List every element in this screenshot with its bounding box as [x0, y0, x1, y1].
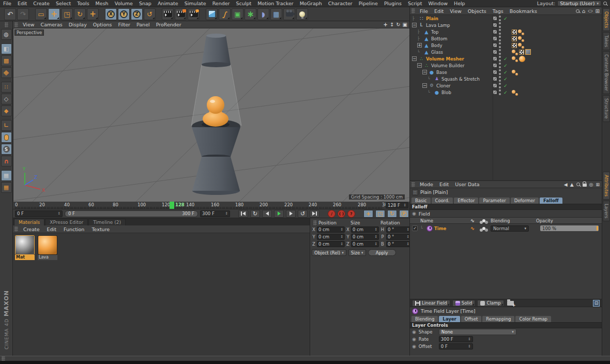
workplane-align-button[interactable]: ▦	[1, 182, 12, 193]
attr-menu-item[interactable]: Edit	[436, 181, 452, 187]
lava-material-tag-icon[interactable]	[519, 56, 525, 62]
om-menu-item[interactable]: View	[447, 8, 465, 14]
status-grip[interactable]	[2, 356, 5, 361]
clamp-modifier-button[interactable]: Clamp	[477, 300, 504, 307]
rotate-tool-button[interactable]: ↻	[74, 8, 86, 20]
attr-search-icon[interactable]	[576, 183, 580, 186]
stepper-icon[interactable]: ↕	[57, 211, 60, 216]
materials-grip[interactable]	[14, 226, 18, 232]
om-search-icon[interactable]	[576, 9, 580, 13]
side-tab-attributes[interactable]: Attributes	[603, 172, 610, 200]
menu-item[interactable]: Sculpt	[233, 1, 255, 6]
stepper-icon[interactable]: ↕	[340, 235, 343, 239]
blendmode-icon[interactable]	[482, 227, 485, 230]
play-reverse-button[interactable]: ↻	[250, 210, 260, 218]
viewport-rotate-icon[interactable]: ↻	[396, 22, 400, 27]
stepper-icon[interactable]: ↕	[374, 235, 377, 239]
goto-end-button[interactable]	[310, 210, 319, 218]
coordinate-system-button[interactable]: ↺	[144, 8, 156, 20]
add-folder-icon[interactable]	[507, 301, 514, 306]
viewport-menu-item[interactable]: View	[20, 22, 38, 27]
stepper-icon[interactable]: ↕	[340, 228, 343, 232]
layer-chip[interactable]	[493, 43, 497, 48]
viewport-menu-item[interactable]: Options	[90, 22, 115, 27]
enable-axis-button[interactable]: ∟	[1, 120, 12, 131]
render-picture-viewer-button[interactable]	[175, 8, 187, 20]
stepper-icon[interactable]: ↕	[374, 242, 377, 246]
menu-item[interactable]: Snap	[136, 1, 155, 6]
menu-item[interactable]: Render	[209, 1, 233, 6]
menu-item[interactable]: Create	[30, 1, 53, 6]
visibility-dots[interactable]	[499, 22, 501, 28]
om-menu-item[interactable]: Tags	[490, 8, 507, 14]
move-tool-button[interactable]: +	[48, 8, 60, 20]
menu-item[interactable]: Volume	[112, 1, 136, 6]
enabled-check-icon[interactable]: ✓	[504, 63, 509, 68]
radio-icon[interactable]: ◉	[412, 211, 416, 216]
size-x-field[interactable]: 0 cm↕	[351, 226, 379, 233]
target-icon[interactable]: ◎	[589, 182, 593, 187]
play-button[interactable]	[274, 210, 284, 218]
phong-tag-icon[interactable]	[512, 56, 518, 62]
live-selection-button[interactable]: ▭	[35, 8, 47, 20]
visibility-dots[interactable]	[499, 69, 501, 75]
menu-item[interactable]: Window	[425, 1, 451, 6]
om-home-icon[interactable]: ⌂	[582, 8, 585, 14]
points-mode-button[interactable]: ∷	[1, 82, 12, 93]
curve-icon[interactable]: ∿	[468, 225, 477, 231]
workplane-mode-button[interactable]: ▦	[1, 67, 12, 78]
offset-field[interactable]: 0 F↕	[439, 343, 473, 350]
viewport-menu-item[interactable]: Cameras	[38, 22, 66, 27]
tab-color-remap[interactable]: Color Remap	[515, 316, 551, 322]
size-mode-select[interactable]: Size▾	[348, 249, 366, 256]
autokeying-button[interactable]: ( )	[338, 210, 345, 218]
magnet-snap-button[interactable]: ∩	[1, 156, 12, 166]
linear-field-button[interactable]: Linear Field	[412, 300, 450, 307]
field-layer-row-time[interactable]: ✓ └Time ∿ Normal▾ 100 %	[410, 224, 602, 233]
menu-item[interactable]: Edit	[14, 1, 30, 6]
layout-select[interactable]: Startup (User) ▾	[557, 1, 601, 6]
history-up-icon[interactable]: ▲	[570, 182, 574, 187]
object-row-volume-mesher[interactable]: −∴Volume Mesher ✓	[410, 55, 602, 62]
materials-menu-item[interactable]: Edit	[43, 226, 60, 232]
phong-tag-icon[interactable]	[512, 49, 518, 55]
object-row-lava-lamp[interactable]: −LLava Lamp	[410, 22, 602, 28]
range-start-field[interactable]: 0 F ↕	[15, 210, 63, 217]
visibility-dots[interactable]	[499, 36, 501, 41]
viewport-menu-item[interactable]: Panel	[133, 22, 153, 27]
side-tab-objects[interactable]: Objects	[603, 8, 610, 31]
layer-chip[interactable]	[493, 90, 497, 95]
enabled-check-icon[interactable]: ✓	[504, 16, 509, 21]
blending-column-header[interactable]: Blending	[491, 218, 536, 223]
mograph-cloner-button[interactable]: ∗	[245, 8, 256, 20]
tab-timeline[interactable]: Timeline (2)	[88, 219, 126, 225]
collapse-toggle[interactable]: −	[422, 83, 427, 88]
pos-y-field[interactable]: 0 cm↕	[317, 234, 345, 240]
attr-add-icon[interactable]: ⊞	[596, 182, 600, 187]
add-cube-button[interactable]	[206, 8, 218, 20]
toolbar-grip[interactable]	[5, 22, 8, 27]
tab-deformer[interactable]: Deformer	[511, 198, 539, 204]
record-keyframe-button[interactable]: /	[328, 210, 335, 218]
viewport-canvas[interactable]: Y X Z Perspective Grid Spacing : 1000 cm	[13, 28, 409, 202]
visibility-dots[interactable]	[499, 49, 501, 55]
collapse-toggle[interactable]: −	[412, 23, 417, 27]
material-lava[interactable]: Lava	[38, 235, 58, 260]
field-enabled-checkbox[interactable]: ✓	[412, 225, 418, 231]
object-row-glass[interactable]: └▲Glass	[410, 49, 602, 55]
om-menu-item[interactable]: Objects	[465, 8, 490, 14]
layer-chip[interactable]	[493, 70, 497, 74]
key-position-toggle[interactable]: +	[363, 210, 373, 218]
apply-button[interactable]: Apply	[368, 249, 396, 256]
last-tool-button[interactable]: +	[87, 8, 99, 20]
collapse-toggle[interactable]: −	[417, 63, 422, 68]
size-y-field[interactable]: 0 cm↕	[351, 234, 379, 240]
tab-blending[interactable]: Blending	[411, 316, 438, 322]
stepper-icon[interactable]: ↕	[374, 228, 377, 232]
tab-offset[interactable]: Offset	[461, 316, 482, 322]
timeline-ruler[interactable]: 0204060801001201401601802002202402602803…	[13, 202, 409, 209]
om-grip[interactable]	[411, 8, 415, 13]
name-column-header[interactable]: Name	[420, 218, 468, 223]
key-parameter-toggle[interactable]: P	[399, 210, 409, 218]
om-menu-item[interactable]: File	[417, 8, 431, 14]
